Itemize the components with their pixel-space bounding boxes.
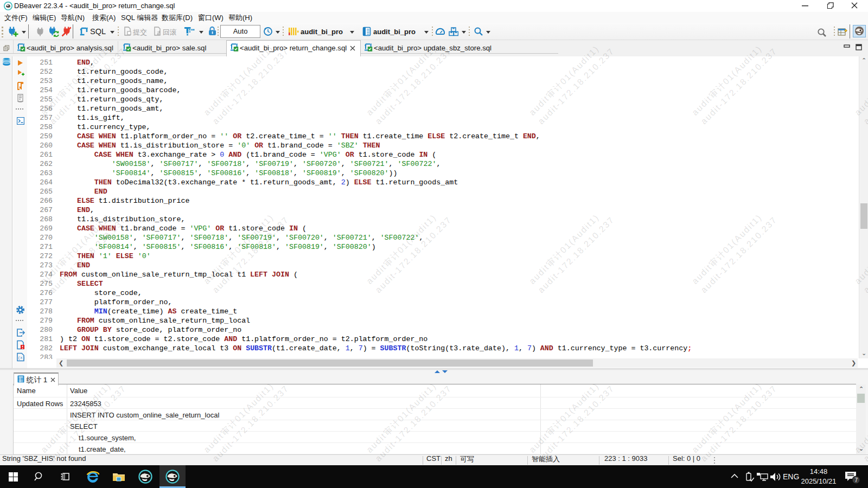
svg-text:(x): (x) bbox=[18, 356, 25, 360]
svg-text:7: 7 bbox=[855, 477, 858, 483]
